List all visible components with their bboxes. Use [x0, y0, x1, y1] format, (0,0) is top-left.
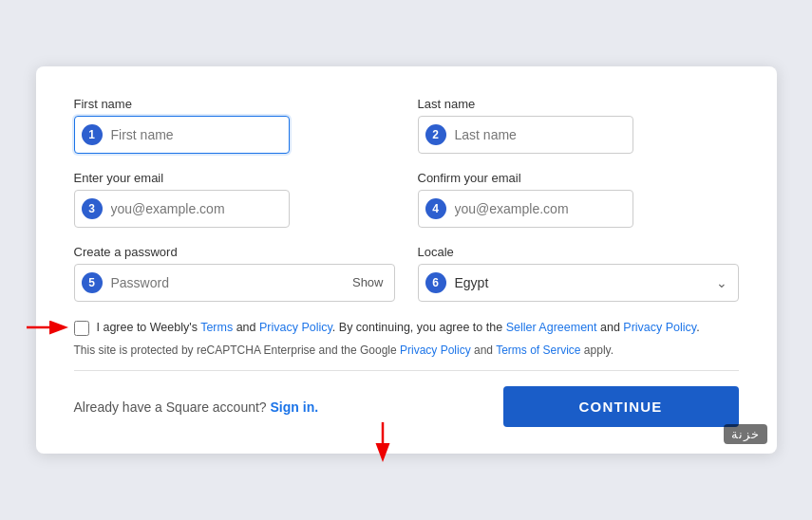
confirm-email-field-wrapper: 4: [418, 190, 739, 228]
sign-in-text: Already have a Square account? Sign in.: [74, 399, 319, 415]
password-locale-row: Create a password 5 Show Locale 6 Egypt …: [74, 245, 739, 302]
field-badge-3: 3: [82, 198, 103, 219]
field-badge-1: 1: [82, 124, 103, 145]
seller-agreement-link[interactable]: Seller Agreement: [506, 321, 597, 334]
agreement-section: I agree to Weebly's Terms and Privacy Po…: [74, 319, 739, 337]
last-name-group: Last name 2: [418, 97, 739, 154]
show-password-button[interactable]: Show: [352, 275, 384, 289]
confirm-email-group: Confirm your email 4: [418, 171, 739, 228]
confirm-email-label: Confirm your email: [418, 171, 739, 185]
divider: [74, 370, 739, 371]
first-name-group: First name 1: [74, 97, 395, 154]
first-name-input[interactable]: [74, 116, 290, 154]
password-label: Create a password: [74, 245, 395, 259]
recaptcha-text: This site is protected by reCAPTCHA Ente…: [74, 344, 739, 357]
name-row: First name 1 Last name 2: [74, 97, 739, 154]
recaptcha-privacy-link[interactable]: Privacy Policy: [400, 344, 471, 357]
privacy-policy-link-2[interactable]: Privacy Policy: [623, 321, 696, 334]
last-name-input[interactable]: [418, 116, 633, 154]
password-field-wrapper: 5 Show: [74, 264, 395, 302]
first-name-field-wrapper: 1: [74, 116, 395, 154]
signup-card: First name 1 Last name 2 Enter your emai…: [36, 66, 777, 455]
field-badge-6: 6: [425, 272, 446, 293]
email-label: Enter your email: [74, 171, 395, 185]
locale-field-wrapper: 6 Egypt United States United Kingdom Can…: [418, 264, 739, 302]
recaptcha-tos-link[interactable]: Terms of Service: [496, 344, 580, 357]
field-badge-2: 2: [425, 124, 446, 145]
privacy-policy-link[interactable]: Privacy Policy: [259, 321, 332, 334]
first-name-label: First name: [74, 97, 395, 111]
continue-button[interactable]: CONTINUE: [503, 386, 739, 427]
field-badge-4: 4: [425, 198, 446, 219]
locale-select[interactable]: Egypt United States United Kingdom Canad…: [418, 264, 739, 302]
password-input[interactable]: [74, 264, 395, 302]
confirm-email-input[interactable]: [418, 190, 633, 228]
password-group: Create a password 5 Show: [74, 245, 395, 302]
locale-group: Locale 6 Egypt United States United King…: [418, 245, 739, 302]
email-row: Enter your email 3 Confirm your email 4: [74, 171, 739, 228]
terms-link[interactable]: Terms: [200, 321, 233, 334]
field-badge-5: 5: [82, 272, 103, 293]
agreement-text: I agree to Weebly's Terms and Privacy Po…: [97, 319, 700, 337]
agreement-checkbox[interactable]: [74, 321, 89, 336]
email-group: Enter your email 3: [74, 171, 395, 228]
red-arrow-annotation: [22, 312, 69, 343]
bottom-row: Already have a Square account? Sign in. …: [74, 386, 739, 427]
email-field-wrapper: 3: [74, 190, 395, 228]
locale-label: Locale: [418, 245, 739, 259]
email-input[interactable]: [74, 190, 290, 228]
last-name-label: Last name: [418, 97, 739, 111]
red-arrow-annotation-2: [354, 418, 411, 463]
watermark: خزنة: [724, 424, 767, 444]
last-name-field-wrapper: 2: [418, 116, 739, 154]
sign-in-link[interactable]: Sign in.: [271, 399, 319, 415]
